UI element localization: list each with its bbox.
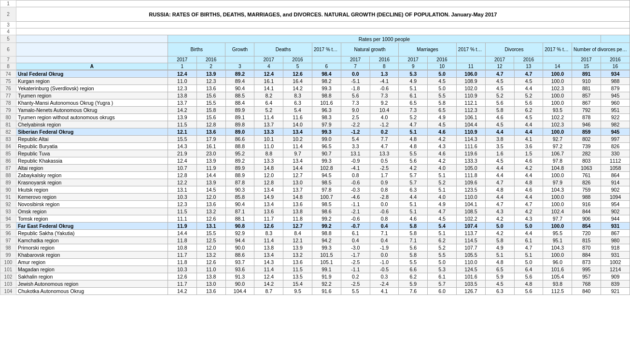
deaths-header: Deaths bbox=[254, 43, 312, 56]
row-num-2: 2 bbox=[0, 7, 16, 22]
table-row: 91Kemerovo region10.312.085.814.914.8100… bbox=[0, 194, 630, 201]
row-num: 75 bbox=[0, 78, 16, 85]
mar-2016: 2016 bbox=[428, 56, 457, 63]
table-row: 93Omsk region11.513.287.113.613.898.6-2.… bbox=[0, 208, 630, 215]
row-num-7: 7 bbox=[0, 56, 16, 63]
table-row: 83Republic Altai15.517.986.610.110.299.0… bbox=[0, 136, 630, 143]
table-row: 75Kurgan region11.012.389.416.116.498.2-… bbox=[0, 78, 630, 85]
row-num: 82 bbox=[0, 128, 16, 136]
nd-2017: 2017 bbox=[572, 56, 601, 63]
row-num: 90 bbox=[0, 186, 16, 194]
table-row: 86Republic Khakassia12.413.989.213.313.4… bbox=[0, 157, 630, 165]
births-2016: 2016 bbox=[196, 56, 225, 63]
ng-2017: 2017 bbox=[341, 56, 370, 63]
pct-header-3: 2017 % to 2016 bbox=[543, 43, 572, 56]
table-row: 87Altai region10.711.989.914.814.4102.8-… bbox=[0, 165, 630, 172]
row-3: 3 bbox=[0, 22, 630, 28]
row-num: 77 bbox=[0, 92, 16, 99]
row-num: 104 bbox=[0, 288, 16, 295]
table-row: 100Amur region11.812.693.714.313.6105.1-… bbox=[0, 259, 630, 266]
growth-header: Growth bbox=[225, 43, 254, 56]
mar-2017: 2017 bbox=[399, 56, 428, 63]
row-num: 100 bbox=[0, 259, 16, 266]
row-num: 85 bbox=[0, 150, 16, 157]
row-num: 74 bbox=[0, 70, 16, 78]
table-row: 104Chukotka Autonomous Okrug14.213.6104.… bbox=[0, 288, 630, 295]
row-num: 80 bbox=[0, 114, 16, 121]
row-8: 8 A 1 2 3 4 5 6 7 8 9 10 11 12 13 14 15 … bbox=[0, 63, 630, 70]
table-row: 85Republic Tuva21.923.095.28.89.790.713.… bbox=[0, 150, 630, 157]
row-num: 103 bbox=[0, 280, 16, 288]
row-num: 92 bbox=[0, 201, 16, 208]
table-row: 97Kamchatka region11.812.594.411.412.194… bbox=[0, 237, 630, 244]
table-row: 79 Yamalo-Nenets Autonomous Okrug14.215.… bbox=[0, 107, 630, 114]
row-num: 98 bbox=[0, 244, 16, 252]
row-num: 101 bbox=[0, 266, 16, 273]
row-num: 91 bbox=[0, 194, 16, 201]
table-row: 78 Khanty-Mansi Autonomous Okrug (Yugra … bbox=[0, 99, 630, 107]
table-row: 96Republic Sakha (Yakutia)14.415.592.98.… bbox=[0, 230, 630, 237]
row-1: 1 bbox=[0, 0, 630, 7]
row-num: 81 bbox=[0, 121, 16, 128]
row-num-1: 1 bbox=[0, 0, 16, 7]
row-num: 95 bbox=[0, 223, 16, 230]
title-row: 2 RUSSIA: RATES OF BIRTHS, DEATHS, MARRI… bbox=[0, 7, 630, 22]
table-row: 88Zabaykalsky region12.814.488.912.012.7… bbox=[0, 172, 630, 179]
row-num: 97 bbox=[0, 237, 16, 244]
row-num-8: 8 bbox=[0, 63, 16, 70]
div-2017: 2017 bbox=[485, 56, 514, 63]
row-num: 84 bbox=[0, 143, 16, 150]
marriages-header: Marriages bbox=[399, 43, 457, 56]
row-num-4: 4 bbox=[0, 28, 16, 35]
deaths-2017: 2017 bbox=[254, 56, 283, 63]
table-row: 94Tomsk region11.112.688.111.711.899.2-0… bbox=[0, 215, 630, 223]
table-row: 103Jewish Autonomous region11.713.090.01… bbox=[0, 280, 630, 288]
row-num: 76 bbox=[0, 85, 16, 92]
row-num: 83 bbox=[0, 136, 16, 143]
row-num: 99 bbox=[0, 252, 16, 259]
row-6: 6 Births Growth Deaths 2017 % to 2016 Na… bbox=[0, 43, 630, 56]
table-row: 80 Tyumen region without autonomous okru… bbox=[0, 114, 630, 121]
row-num: 93 bbox=[0, 208, 16, 215]
table-row: 98Primorski region10.812.090.013.813.999… bbox=[0, 244, 630, 252]
table-row: 99Khabarovsk region11.713.288.613.413.21… bbox=[0, 252, 630, 259]
table-row: 84Republic Buryatia14.316.188.811.011.49… bbox=[0, 143, 630, 150]
row-num-3: 3 bbox=[0, 22, 16, 28]
row-num-5: 5 bbox=[0, 35, 16, 43]
table-row: 77Tyumen region13.815.688.58.28.398.85.6… bbox=[0, 92, 630, 99]
table-row: 74Ural Federal Okrug12.413.989.212.412.6… bbox=[0, 70, 630, 78]
pct-header-1: 2017 % to 2016 bbox=[312, 43, 341, 56]
row-7: 7 2017 2016 2017 2016 2017 2016 2017 201… bbox=[0, 56, 630, 63]
row-num: 86 bbox=[0, 157, 16, 165]
table-row: 76Yekaterinburg (Sverdlovsk) region12.31… bbox=[0, 85, 630, 92]
table-row: 102Sakhalin region12.613.891.312.413.591… bbox=[0, 273, 630, 280]
col-a-label: A bbox=[16, 63, 168, 70]
births-2017: 2017 bbox=[168, 56, 196, 63]
row-num: 96 bbox=[0, 230, 16, 237]
row-num: 78 bbox=[0, 99, 16, 107]
natural-growth-header: Natural growth bbox=[341, 43, 399, 56]
rates-label: Rates per 1000 people bbox=[168, 35, 601, 43]
table-row: 81Chelyabinsk region11.512.889.813.714.0… bbox=[0, 121, 630, 128]
num-divorces-header: Number of divorces per 1000 marriages bbox=[572, 43, 630, 56]
pct-header-2: 2017 % to 2016 bbox=[456, 43, 485, 56]
deaths-2016: 2016 bbox=[283, 56, 312, 63]
table-row: 92Novosibirsk region12.313.690.413.413.6… bbox=[0, 201, 630, 208]
row-num: 89 bbox=[0, 179, 16, 186]
row-num: 94 bbox=[0, 215, 16, 223]
births-header: Births bbox=[168, 43, 225, 56]
ng-2016: 2016 bbox=[370, 56, 399, 63]
row-5: 5 Rates per 1000 people bbox=[0, 35, 630, 43]
row-num: 87 bbox=[0, 165, 16, 172]
nd-2016: 2016 bbox=[601, 56, 630, 63]
row-4: 4 bbox=[0, 28, 630, 35]
table-row: 82Siberian Federal Okrug12.113.689.013.3… bbox=[0, 128, 630, 136]
divorces-header: Divorces bbox=[485, 43, 543, 56]
page-title: RUSSIA: RATES OF BIRTHS, DEATHS, MARRIAG… bbox=[16, 7, 630, 22]
table-row: 90Irkutsk region13.114.590.313.413.797.8… bbox=[0, 186, 630, 194]
table-row: 101Magadan region10.311.093.611.411.599.… bbox=[0, 266, 630, 273]
row-num: 79 bbox=[0, 107, 16, 114]
table-row: 95Far East Federal Okrug11.913.190.812.6… bbox=[0, 223, 630, 230]
table-row: 89Krasnoyarsk region12.213.987.812.813.0… bbox=[0, 179, 630, 186]
row-num-6: 6 bbox=[0, 43, 16, 56]
